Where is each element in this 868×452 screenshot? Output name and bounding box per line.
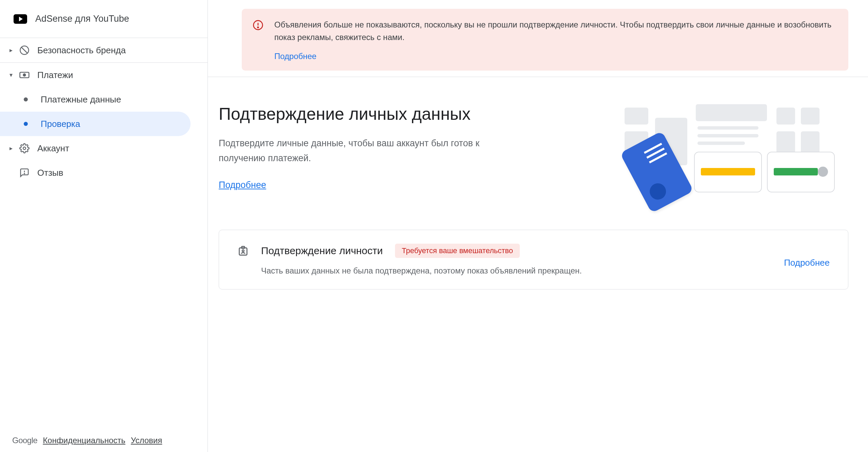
identity-verification-card: Подтверждение личности Требуется ваше вм… [219, 230, 848, 289]
nav-label: Платежи [37, 70, 73, 80]
svg-line-1 [21, 47, 27, 53]
status-badge: Требуется ваше вмешательство [395, 244, 520, 258]
block-icon [19, 45, 30, 56]
svg-point-3 [23, 74, 26, 76]
card-title: Подтверждение личности [261, 245, 383, 257]
nav-section: ▸ Безопасность бренда ▾ Платежи Платежны… [0, 38, 208, 429]
chevron-down-icon: ▾ [9, 71, 16, 79]
nav-payments[interactable]: ▾ Платежи [0, 63, 208, 87]
card-header: Подтверждение личности Требуется ваше вм… [261, 244, 772, 258]
content-area: Подтверждение личных данных Подтвердите … [208, 77, 868, 289]
svg-point-4 [23, 147, 26, 150]
nav-brand-safety[interactable]: ▸ Безопасность бренда [0, 38, 208, 63]
sidebar-header[interactable]: AdSense для YouTube [0, 0, 208, 38]
alert-learn-more-link[interactable]: Подробнее [274, 52, 316, 61]
chevron-right-icon: ▸ [9, 46, 16, 54]
alert-banner: Объявления больше не показываются, поско… [242, 9, 848, 71]
feedback-icon [19, 167, 30, 178]
terms-link[interactable]: Условия [131, 436, 162, 445]
nav-verification[interactable]: Проверка [0, 112, 191, 136]
sidebar: AdSense для YouTube ▸ Безопасность бренд… [0, 0, 208, 452]
nav-label: Отзыв [37, 168, 63, 178]
page-title: Подтверждение личных данных [219, 104, 625, 124]
svg-point-9 [258, 27, 259, 28]
hero-illustration [625, 104, 835, 206]
nav-label: Аккаунт [37, 143, 69, 154]
bullet-icon [24, 122, 28, 126]
alert-content: Объявления больше не показываются, поско… [274, 18, 835, 61]
nav-feedback[interactable]: Отзыв [0, 161, 208, 185]
nav-sub-label: Проверка [41, 119, 80, 129]
youtube-icon [14, 14, 27, 24]
chevron-right-icon: ▸ [9, 145, 16, 152]
app-title: AdSense для YouTube [35, 14, 129, 24]
hero-section: Подтверждение личных данных Подтвердите … [219, 104, 848, 206]
sidebar-footer: Google Конфиденциальность Условия [0, 429, 208, 452]
main-content: Объявления больше не показываются, поско… [208, 0, 868, 452]
nav-label: Безопасность бренда [37, 45, 126, 56]
nav-account[interactable]: ▸ Аккаунт [0, 136, 208, 161]
id-badge-icon [237, 245, 249, 257]
privacy-link[interactable]: Конфиденциальность [43, 436, 125, 445]
alert-text: Объявления больше не показываются, поско… [274, 18, 835, 43]
nav-payment-info[interactable]: Платежные данные [0, 87, 208, 112]
google-logo: Google [12, 436, 37, 445]
svg-point-6 [24, 173, 25, 174]
hero-text: Подтверждение личных данных Подтвердите … [219, 104, 625, 190]
card-details-link[interactable]: Подробнее [784, 258, 830, 268]
nav-sub-label: Платежные данные [41, 94, 121, 105]
learn-more-link[interactable]: Подробнее [219, 180, 266, 190]
alert-error-icon [253, 20, 263, 31]
payments-icon [19, 70, 30, 80]
bullet-icon [24, 97, 28, 101]
card-body: Подтверждение личности Требуется ваше вм… [261, 244, 772, 276]
settings-icon [19, 143, 30, 154]
card-description: Часть ваших данных не была подтверждена,… [261, 266, 772, 276]
svg-point-12 [242, 250, 244, 252]
page-subtitle: Подтвердите личные данные, чтобы ваш акк… [219, 136, 497, 165]
